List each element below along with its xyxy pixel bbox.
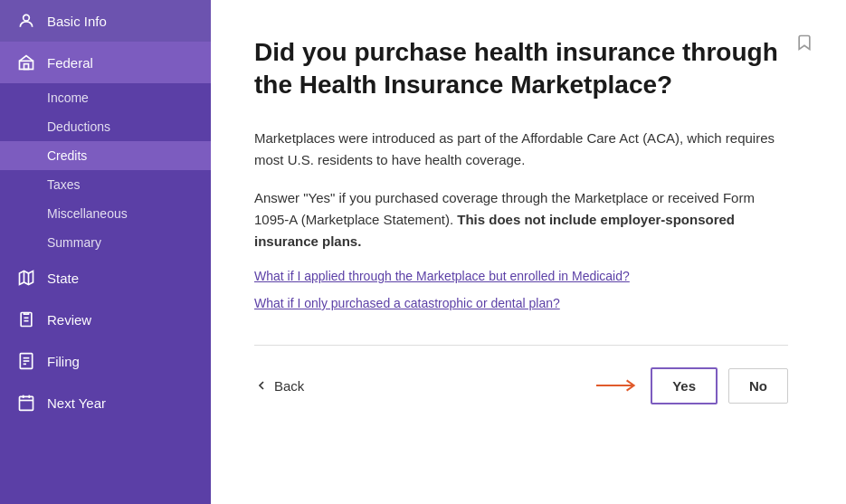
sidebar-sub-taxes-label: Taxes <box>47 177 81 192</box>
person-icon <box>16 11 36 31</box>
yes-button[interactable]: Yes <box>651 367 718 404</box>
svg-rect-2 <box>24 64 29 70</box>
svg-rect-1 <box>20 61 33 69</box>
sidebar-sub-item-deductions[interactable]: Deductions <box>0 112 211 141</box>
link-catastrophic[interactable]: What if I only purchased a catastrophic … <box>254 296 788 310</box>
sidebar-sub-deductions-label: Deductions <box>47 119 110 134</box>
bottom-bar: Back Yes No <box>254 367 788 404</box>
sidebar: Basic Info Federal Income Deductions Cre… <box>0 0 211 504</box>
sidebar-sub-summary-label: Summary <box>47 235 101 250</box>
doc-icon <box>16 351 36 371</box>
paragraph-1: Marketplaces were introduced as part of … <box>254 128 788 171</box>
right-actions: Yes No <box>596 367 788 404</box>
sidebar-sub-income-label: Income <box>47 90 89 105</box>
paragraph-2: Answer "Yes" if you purchased coverage t… <box>254 187 788 252</box>
sidebar-item-review-label: Review <box>47 312 91 328</box>
no-button[interactable]: No <box>728 368 788 404</box>
bookmark-icon[interactable] <box>795 33 813 56</box>
map-icon <box>16 268 36 288</box>
back-label: Back <box>274 378 304 394</box>
sidebar-item-basic-info-label: Basic Info <box>47 14 107 29</box>
link-medicaid[interactable]: What if I applied through the Marketplac… <box>254 269 788 283</box>
back-button[interactable]: Back <box>254 378 304 394</box>
sidebar-sub-misc-label: Miscellaneous <box>47 206 128 221</box>
sidebar-sub-item-credits[interactable]: Credits <box>0 141 211 170</box>
svg-marker-3 <box>20 271 33 285</box>
sidebar-item-review[interactable]: Review <box>0 299 211 340</box>
sidebar-sub-item-income[interactable]: Income <box>0 83 211 112</box>
sidebar-sub-item-misc[interactable]: Miscellaneous <box>0 199 211 228</box>
arrow-right-icon <box>596 377 640 394</box>
chevron-left-icon <box>254 378 269 393</box>
main-content: Did you purchase health insurance throug… <box>211 0 846 504</box>
calendar-icon <box>16 393 36 413</box>
svg-rect-13 <box>20 396 33 410</box>
svg-point-0 <box>24 14 30 21</box>
sidebar-item-federal[interactable]: Federal <box>0 42 211 83</box>
sidebar-sub-item-summary[interactable]: Summary <box>0 228 211 257</box>
building-icon <box>16 52 36 72</box>
sidebar-item-filing[interactable]: Filing <box>0 340 211 382</box>
sidebar-item-state-label: State <box>47 271 79 286</box>
sidebar-sub-credits-label: Credits <box>47 148 87 163</box>
sidebar-item-federal-label: Federal <box>47 55 93 71</box>
sidebar-item-filing-label: Filing <box>47 354 80 369</box>
sidebar-item-next-year-label: Next Year <box>47 395 106 411</box>
divider <box>254 345 788 346</box>
page-title: Did you purchase health insurance throug… <box>254 36 779 102</box>
clipboard-icon <box>16 309 36 329</box>
sidebar-item-basic-info[interactable]: Basic Info <box>0 0 211 42</box>
sidebar-item-state[interactable]: State <box>0 257 211 299</box>
sidebar-item-next-year[interactable]: Next Year <box>0 382 211 423</box>
sidebar-sub-item-taxes[interactable]: Taxes <box>0 170 211 199</box>
